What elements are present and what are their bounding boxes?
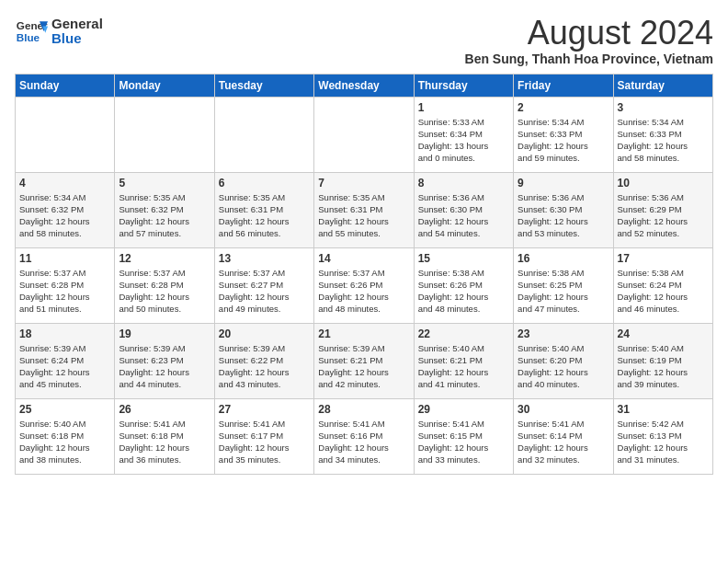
column-header-wednesday: Wednesday [314,74,414,97]
calendar-cell [214,97,313,172]
calendar-cell: 16Sunrise: 5:38 AM Sunset: 6:25 PM Dayli… [514,247,613,323]
day-info: Sunrise: 5:38 AM Sunset: 6:25 PM Dayligh… [518,267,609,316]
day-number: 8 [418,177,509,190]
column-header-tuesday: Tuesday [214,74,313,97]
calendar-cell: 9Sunrise: 5:36 AM Sunset: 6:30 PM Daylig… [514,172,613,247]
week-row-4: 18Sunrise: 5:39 AM Sunset: 6:24 PM Dayli… [16,323,713,398]
day-info: Sunrise: 5:37 AM Sunset: 6:28 PM Dayligh… [19,267,110,316]
calendar-cell: 15Sunrise: 5:38 AM Sunset: 6:26 PM Dayli… [414,247,513,323]
calendar-cell: 23Sunrise: 5:40 AM Sunset: 6:20 PM Dayli… [514,323,613,398]
column-header-monday: Monday [115,74,214,97]
day-info: Sunrise: 5:39 AM Sunset: 6:24 PM Dayligh… [19,342,110,391]
calendar-cell: 7Sunrise: 5:35 AM Sunset: 6:31 PM Daylig… [314,172,414,247]
day-number: 20 [219,327,310,340]
column-header-thursday: Thursday [414,74,513,97]
day-number: 4 [19,177,110,190]
calendar-cell: 17Sunrise: 5:38 AM Sunset: 6:24 PM Dayli… [613,247,712,323]
day-number: 12 [119,252,210,265]
day-number: 13 [219,252,310,265]
day-number: 27 [219,403,310,416]
day-info: Sunrise: 5:41 AM Sunset: 6:18 PM Dayligh… [119,418,210,466]
day-info: Sunrise: 5:34 AM Sunset: 6:33 PM Dayligh… [518,116,609,165]
day-info: Sunrise: 5:37 AM Sunset: 6:27 PM Dayligh… [219,267,310,316]
day-number: 6 [219,177,310,190]
calendar-cell [16,97,115,172]
svg-text:Blue: Blue [17,31,40,43]
calendar-cell: 28Sunrise: 5:41 AM Sunset: 6:16 PM Dayli… [314,398,414,474]
logo: General Blue General Blue [15,15,103,48]
day-number: 7 [318,177,409,190]
calendar-cell: 2Sunrise: 5:34 AM Sunset: 6:33 PM Daylig… [514,97,613,172]
day-info: Sunrise: 5:37 AM Sunset: 6:26 PM Dayligh… [318,267,409,316]
day-number: 22 [418,327,509,340]
day-info: Sunrise: 5:36 AM Sunset: 6:30 PM Dayligh… [518,191,609,240]
day-info: Sunrise: 5:33 AM Sunset: 6:34 PM Dayligh… [418,116,509,165]
logo-icon: General Blue [15,15,48,48]
calendar-cell: 27Sunrise: 5:41 AM Sunset: 6:17 PM Dayli… [214,398,313,474]
week-row-2: 4Sunrise: 5:34 AM Sunset: 6:32 PM Daylig… [16,172,713,247]
calendar-cell: 3Sunrise: 5:34 AM Sunset: 6:33 PM Daylig… [613,97,712,172]
day-info: Sunrise: 5:40 AM Sunset: 6:20 PM Dayligh… [518,342,609,391]
calendar-cell: 1Sunrise: 5:33 AM Sunset: 6:34 PM Daylig… [414,97,513,172]
day-number: 16 [518,252,609,265]
calendar-cell: 18Sunrise: 5:39 AM Sunset: 6:24 PM Dayli… [16,323,115,398]
day-number: 11 [19,252,110,265]
calendar-cell: 20Sunrise: 5:39 AM Sunset: 6:22 PM Dayli… [214,323,313,398]
calendar-cell: 31Sunrise: 5:42 AM Sunset: 6:13 PM Dayli… [613,398,712,474]
logo-blue: Blue [51,31,103,47]
logo-general: General [51,17,103,32]
calendar-cell: 11Sunrise: 5:37 AM Sunset: 6:28 PM Dayli… [16,247,115,323]
calendar-cell: 8Sunrise: 5:36 AM Sunset: 6:30 PM Daylig… [414,172,513,247]
calendar-header-row: SundayMondayTuesdayWednesdayThursdayFrid… [16,74,713,97]
day-number: 2 [518,101,609,114]
day-info: Sunrise: 5:40 AM Sunset: 6:18 PM Dayligh… [19,418,110,466]
day-number: 29 [418,403,509,416]
day-info: Sunrise: 5:41 AM Sunset: 6:15 PM Dayligh… [418,418,509,466]
day-number: 1 [418,101,509,114]
day-number: 9 [518,177,609,190]
calendar-cell: 12Sunrise: 5:37 AM Sunset: 6:28 PM Dayli… [115,247,214,323]
day-info: Sunrise: 5:38 AM Sunset: 6:24 PM Dayligh… [618,267,709,316]
calendar-cell: 19Sunrise: 5:39 AM Sunset: 6:23 PM Dayli… [115,323,214,398]
day-info: Sunrise: 5:39 AM Sunset: 6:22 PM Dayligh… [219,342,310,391]
day-number: 17 [618,252,709,265]
location-subtitle: Ben Sung, Thanh Hoa Province, Vietnam [465,52,713,66]
day-info: Sunrise: 5:34 AM Sunset: 6:32 PM Dayligh… [19,191,110,240]
header: General Blue General Blue August 2024 Be… [15,15,713,66]
column-header-saturday: Saturday [613,74,712,97]
day-info: Sunrise: 5:41 AM Sunset: 6:17 PM Dayligh… [219,418,310,466]
day-info: Sunrise: 5:39 AM Sunset: 6:21 PM Dayligh… [318,342,409,391]
calendar-cell: 4Sunrise: 5:34 AM Sunset: 6:32 PM Daylig… [16,172,115,247]
day-info: Sunrise: 5:42 AM Sunset: 6:13 PM Dayligh… [618,418,709,466]
day-info: Sunrise: 5:35 AM Sunset: 6:31 PM Dayligh… [318,191,409,240]
calendar-cell: 21Sunrise: 5:39 AM Sunset: 6:21 PM Dayli… [314,323,414,398]
calendar-cell [314,97,414,172]
week-row-5: 25Sunrise: 5:40 AM Sunset: 6:18 PM Dayli… [16,398,713,474]
calendar-cell: 25Sunrise: 5:40 AM Sunset: 6:18 PM Dayli… [16,398,115,474]
calendar-cell [115,97,214,172]
calendar-cell: 6Sunrise: 5:35 AM Sunset: 6:31 PM Daylig… [214,172,313,247]
calendar-cell: 13Sunrise: 5:37 AM Sunset: 6:27 PM Dayli… [214,247,313,323]
day-number: 10 [618,177,709,190]
day-number: 28 [318,403,409,416]
day-info: Sunrise: 5:37 AM Sunset: 6:28 PM Dayligh… [119,267,210,316]
day-info: Sunrise: 5:36 AM Sunset: 6:30 PM Dayligh… [418,191,509,240]
day-info: Sunrise: 5:39 AM Sunset: 6:23 PM Dayligh… [119,342,210,391]
day-number: 3 [618,101,709,114]
day-info: Sunrise: 5:41 AM Sunset: 6:14 PM Dayligh… [518,418,609,466]
calendar-cell: 5Sunrise: 5:35 AM Sunset: 6:32 PM Daylig… [115,172,214,247]
calendar-cell: 29Sunrise: 5:41 AM Sunset: 6:15 PM Dayli… [414,398,513,474]
month-year-title: August 2024 [465,15,713,52]
day-number: 24 [618,327,709,340]
calendar-cell: 14Sunrise: 5:37 AM Sunset: 6:26 PM Dayli… [314,247,414,323]
calendar-cell: 22Sunrise: 5:40 AM Sunset: 6:21 PM Dayli… [414,323,513,398]
day-number: 25 [19,403,110,416]
calendar-cell: 10Sunrise: 5:36 AM Sunset: 6:29 PM Dayli… [613,172,712,247]
day-number: 14 [318,252,409,265]
week-row-3: 11Sunrise: 5:37 AM Sunset: 6:28 PM Dayli… [16,247,713,323]
title-section: August 2024 Ben Sung, Thanh Hoa Province… [465,15,713,66]
day-number: 23 [518,327,609,340]
day-info: Sunrise: 5:34 AM Sunset: 6:33 PM Dayligh… [618,116,709,165]
day-info: Sunrise: 5:35 AM Sunset: 6:31 PM Dayligh… [219,191,310,240]
column-header-friday: Friday [514,74,613,97]
